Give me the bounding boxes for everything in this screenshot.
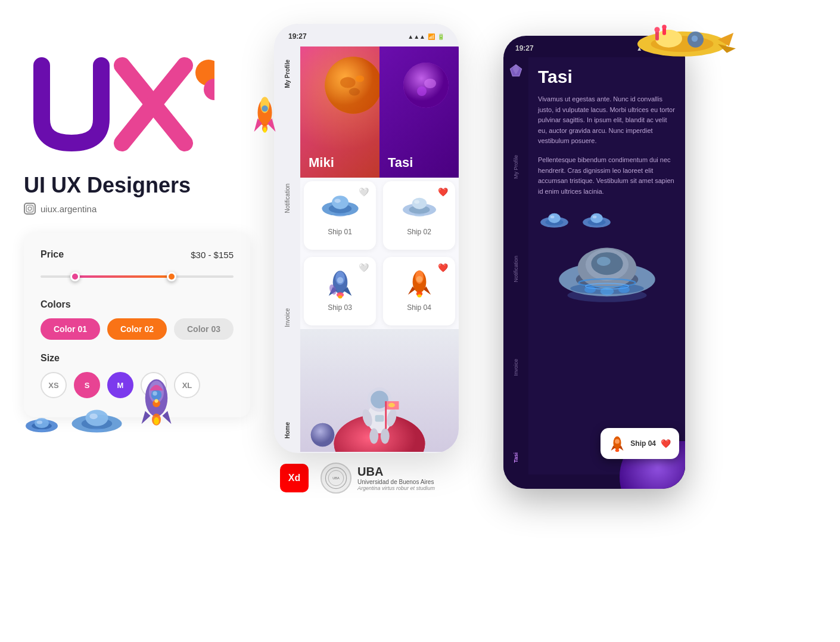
svg-point-73 <box>388 403 395 407</box>
right-content: My Profile Notification Invoice Tasi Tas… <box>503 57 685 474</box>
ship-grid: 🤍 Ship 01 <box>300 178 459 329</box>
svg-rect-71 <box>385 401 387 429</box>
right-phone: 19:27 ▲▲▲ 📶 🔋 My Profile Notification <box>503 36 706 489</box>
hero-card-miki[interactable]: Miki <box>300 46 379 178</box>
slider-fill <box>75 275 172 278</box>
svg-point-54 <box>338 296 342 299</box>
left-panel: UI UX Designers uiux.argentina Price $30… <box>24 36 274 417</box>
svg-rect-74 <box>375 415 384 421</box>
right-sidebar: My Profile Notification Invoice Tasi <box>503 57 528 474</box>
decorative-rocket <box>134 376 179 435</box>
svg-point-108 <box>600 287 614 295</box>
hero-card-tasi[interactable]: Tasi <box>379 46 459 178</box>
ship03-heart[interactable]: 🤍 <box>359 263 369 272</box>
size-label: Size <box>41 353 234 364</box>
ship03-image <box>319 264 361 300</box>
svg-point-84 <box>662 25 667 30</box>
ship04-card-label: Ship 04 <box>630 439 656 448</box>
big-ufo-icon <box>550 238 664 304</box>
ship04-icon <box>399 263 440 300</box>
ship04-heart-icon: ❤️ <box>661 439 671 448</box>
svg-point-48 <box>414 214 425 217</box>
phone-content: My Profile Notification Invoice Home <box>274 46 459 452</box>
status-bar: 19:27 ▲▲▲ 📶 🔋 <box>274 24 459 46</box>
colors-section: Colors Color 01 Color 02 Color 03 <box>41 299 234 340</box>
color-btn-3[interactable]: Color 03 <box>174 318 234 340</box>
xd-label: Xd <box>288 473 300 483</box>
ship-card-01[interactable]: 🤍 Ship 01 <box>304 181 376 250</box>
small-ufos-row <box>538 207 676 230</box>
svg-point-95 <box>590 213 603 224</box>
svg-point-11 <box>38 429 46 432</box>
uba-logo: UBA UBA Universidad de Buenos Aires Arge… <box>321 463 435 494</box>
ship04-card[interactable]: Ship 04 ❤️ <box>601 428 679 459</box>
tasi-desc-2: Pellentesque bibendum condimentum dui ne… <box>538 155 676 197</box>
uba-tagline: Argentina virtus robur et studium <box>357 485 435 491</box>
ship01-name: Ship 01 <box>328 228 352 236</box>
ship01-image <box>319 188 361 224</box>
ship02-heart[interactable]: ❤️ <box>438 187 448 197</box>
svg-point-29 <box>263 128 267 133</box>
right-sidebar-invoice[interactable]: Invoice <box>513 353 519 382</box>
ship04-image <box>399 264 440 300</box>
ship04-mini-icon <box>609 433 626 454</box>
price-label: Price <box>41 249 64 260</box>
right-time: 19:27 <box>515 44 534 52</box>
middle-phone: 19:27 ▲▲▲ 📶 🔋 My Profile Notification In… <box>274 24 477 494</box>
battery-icon: 🔋 <box>437 33 444 40</box>
right-sidebar-myprofile[interactable]: My Profile <box>513 149 519 185</box>
decorative-ufo-1 <box>24 411 60 435</box>
sidebar-home[interactable]: Home <box>284 415 291 446</box>
svg-rect-4 <box>26 205 33 212</box>
ship03-name: Ship 03 <box>328 303 352 312</box>
small-ufo-2 <box>580 207 613 230</box>
color-btn-2[interactable]: Color 02 <box>107 318 167 340</box>
phone-main: Miki <box>300 46 459 452</box>
hero-cards: Miki <box>300 46 459 178</box>
svg-point-15 <box>89 414 98 420</box>
ship02-name: Ship 02 <box>407 228 431 236</box>
sidebar-invoice[interactable]: Invoice <box>284 301 291 334</box>
right-phone-frame: 19:27 ▲▲▲ 📶 🔋 My Profile Notification <box>503 36 685 489</box>
svg-point-51 <box>337 277 343 284</box>
svg-point-47 <box>414 200 419 204</box>
slider-thumb-right[interactable] <box>167 272 176 281</box>
svg-point-10 <box>37 421 43 424</box>
svg-point-46 <box>412 198 427 209</box>
svg-point-70 <box>381 429 390 444</box>
ship-card-04[interactable]: ❤️ <box>383 257 455 325</box>
instagram-icon <box>24 203 36 215</box>
adobe-xd-icon: Xd <box>280 464 309 492</box>
slider-thumb-left[interactable] <box>70 272 80 281</box>
sidebar-myprofile[interactable]: My Profile <box>284 52 291 95</box>
uba-text: UBA Universidad de Buenos Aires Argentin… <box>357 465 435 491</box>
color-btn-1[interactable]: Color 01 <box>41 318 100 340</box>
brand-logo <box>24 36 214 167</box>
svg-point-27 <box>262 106 268 112</box>
middle-phone-frame: 19:27 ▲▲▲ 📶 🔋 My Profile Notification In… <box>274 24 459 453</box>
svg-point-104 <box>596 257 610 266</box>
ship04-heart[interactable]: ❤️ <box>438 263 448 272</box>
colors-label: Colors <box>41 299 234 310</box>
gem-icon <box>509 63 523 80</box>
right-sidebar-tasi[interactable]: Tasi <box>513 446 519 469</box>
sidebar-notification[interactable]: Notification <box>284 176 291 220</box>
ship01-heart[interactable]: 🤍 <box>359 187 369 197</box>
color-buttons: Color 01 Color 02 Color 03 <box>41 318 234 340</box>
ship03-icon <box>319 263 361 300</box>
svg-point-38 <box>417 86 427 96</box>
ship-card-03[interactable]: 🤍 <box>304 257 376 325</box>
ship-card-02[interactable]: ❤️ Ship 02 <box>383 181 455 250</box>
right-main: Tasi Vivamus ut egestas ante. Nunc id co… <box>528 57 685 474</box>
svg-point-107 <box>584 287 596 293</box>
wifi-icon: 📶 <box>428 33 435 40</box>
svg-point-16 <box>89 428 104 432</box>
svg-point-69 <box>369 429 378 444</box>
right-sidebar-notification[interactable]: Notification <box>513 250 519 289</box>
svg-point-5 <box>28 207 32 210</box>
astronaut-section <box>300 329 459 452</box>
svg-point-91 <box>548 213 561 224</box>
svg-text:UBA: UBA <box>332 476 340 480</box>
price-slider[interactable] <box>41 271 234 283</box>
tasi-title: Tasi <box>538 67 676 87</box>
